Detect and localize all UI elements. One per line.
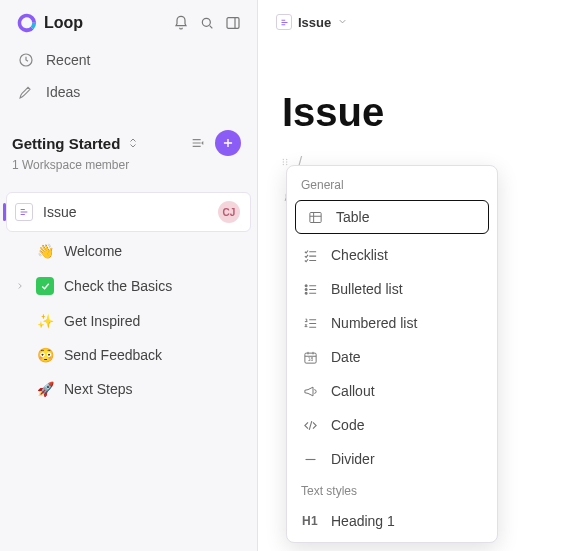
menu-item-label: Code bbox=[331, 417, 364, 433]
sidebar-item-next-steps[interactable]: 🚀 Next Steps bbox=[0, 372, 257, 406]
svg-text:18: 18 bbox=[307, 356, 313, 362]
svg-point-11 bbox=[305, 288, 307, 290]
main-pane: Issue Issue / General Table bbox=[258, 0, 563, 551]
svg-point-5 bbox=[283, 163, 284, 164]
bell-icon[interactable] bbox=[173, 15, 189, 31]
workspace-title-row[interactable]: Getting Started bbox=[12, 135, 140, 152]
chevron-right-icon[interactable] bbox=[14, 281, 26, 291]
menu-item-label: Checklist bbox=[331, 247, 388, 263]
brand-name: Loop bbox=[44, 14, 83, 32]
menu-item-label: Date bbox=[331, 349, 361, 365]
sidebar-item-label: Welcome bbox=[64, 243, 122, 259]
panel-toggle-icon[interactable] bbox=[225, 15, 241, 31]
svg-rect-9 bbox=[309, 212, 320, 222]
doc-body: / General Table Checklist bbox=[258, 143, 563, 212]
sidebar-item-welcome[interactable]: 👋 Welcome bbox=[0, 234, 257, 268]
nav-recent[interactable]: Recent bbox=[0, 44, 257, 76]
page-title[interactable]: Issue bbox=[258, 30, 563, 143]
workspace-subtitle: 1 Workspace member bbox=[12, 158, 241, 172]
clock-icon bbox=[18, 52, 34, 68]
menu-item-date[interactable]: 18 Date bbox=[287, 340, 497, 374]
search-icon[interactable] bbox=[199, 15, 215, 31]
workspace-header: Getting Started 1 Workspace member bbox=[0, 122, 257, 180]
chevron-down-icon[interactable] bbox=[337, 14, 348, 30]
rocket-emoji-icon: 🚀 bbox=[36, 381, 54, 397]
doc-icon bbox=[276, 14, 292, 30]
svg-point-12 bbox=[305, 292, 307, 294]
doc-icon bbox=[15, 203, 33, 221]
nav-recent-label: Recent bbox=[46, 52, 90, 68]
svg-point-8 bbox=[286, 163, 287, 164]
sidebar-item-label: Get Inspired bbox=[64, 313, 140, 329]
h1-icon: H1 bbox=[301, 512, 319, 530]
drag-handle-icon[interactable] bbox=[280, 157, 290, 167]
slash-command-menu: General Table Checklist Bulleted list bbox=[286, 165, 498, 543]
sidebar-item-label: Next Steps bbox=[64, 381, 132, 397]
menu-section-general: General bbox=[287, 176, 497, 198]
check-icon bbox=[36, 277, 54, 295]
sidebar-header: Loop bbox=[0, 0, 257, 44]
numbered-list-icon bbox=[301, 314, 319, 332]
svg-point-0 bbox=[202, 18, 210, 26]
menu-item-divider[interactable]: Divider bbox=[287, 442, 497, 476]
menu-item-label: Numbered list bbox=[331, 315, 417, 331]
breadcrumb[interactable]: Issue bbox=[258, 0, 563, 30]
callout-icon bbox=[301, 382, 319, 400]
svg-point-10 bbox=[305, 284, 307, 286]
sparkle-emoji-icon: ✨ bbox=[36, 313, 54, 329]
svg-point-6 bbox=[286, 158, 287, 159]
date-icon: 18 bbox=[301, 348, 319, 366]
loop-logo-icon bbox=[16, 12, 38, 34]
avatar: CJ bbox=[218, 201, 240, 223]
sidebar-item-get-inspired[interactable]: ✨ Get Inspired bbox=[0, 304, 257, 338]
divider-icon bbox=[301, 450, 319, 468]
svg-rect-1 bbox=[227, 18, 239, 29]
menu-item-label: Heading 1 bbox=[331, 513, 395, 529]
wave-emoji-icon: 👋 bbox=[36, 243, 54, 259]
menu-item-code[interactable]: Code bbox=[287, 408, 497, 442]
workspace-title: Getting Started bbox=[12, 135, 120, 152]
pen-icon bbox=[18, 84, 34, 100]
menu-item-checklist[interactable]: Checklist bbox=[287, 238, 497, 272]
checklist-icon bbox=[301, 246, 319, 264]
sidebar-item-label: Check the Basics bbox=[64, 278, 172, 294]
page-list: Issue CJ 👋 Welcome Check the Basics ✨ Ge… bbox=[0, 190, 257, 406]
menu-item-callout[interactable]: Callout bbox=[287, 374, 497, 408]
bulleted-list-icon bbox=[301, 280, 319, 298]
table-icon bbox=[306, 208, 324, 226]
menu-item-bulleted-list[interactable]: Bulleted list bbox=[287, 272, 497, 306]
sidebar-item-issue[interactable]: Issue CJ bbox=[6, 192, 251, 232]
menu-item-label: Callout bbox=[331, 383, 375, 399]
menu-item-heading-1[interactable]: H1 Heading 1 bbox=[287, 504, 497, 538]
svg-point-7 bbox=[286, 161, 287, 162]
svg-point-3 bbox=[283, 158, 284, 159]
brand[interactable]: Loop bbox=[16, 12, 83, 34]
header-icons bbox=[173, 15, 241, 31]
sidebar-item-label: Issue bbox=[43, 204, 76, 220]
sidebar-item-label: Send Feedback bbox=[64, 347, 162, 363]
breadcrumb-title: Issue bbox=[298, 15, 331, 30]
menu-item-label: Divider bbox=[331, 451, 375, 467]
nav-ideas-label: Ideas bbox=[46, 84, 80, 100]
sidebar: Loop Recent Ideas Getting Started bbox=[0, 0, 258, 551]
menu-section-text-styles: Text styles bbox=[287, 482, 497, 504]
list-options-icon[interactable] bbox=[189, 134, 207, 152]
menu-item-numbered-list[interactable]: Numbered list bbox=[287, 306, 497, 340]
svg-point-4 bbox=[283, 161, 284, 162]
code-icon bbox=[301, 416, 319, 434]
menu-item-label: Table bbox=[336, 209, 369, 225]
face-emoji-icon: 😳 bbox=[36, 347, 54, 363]
menu-item-label: Bulleted list bbox=[331, 281, 403, 297]
sidebar-item-check-basics[interactable]: Check the Basics bbox=[0, 268, 257, 304]
nav-ideas[interactable]: Ideas bbox=[0, 76, 257, 108]
sort-icon bbox=[126, 136, 140, 150]
menu-item-table[interactable]: Table bbox=[295, 200, 489, 234]
sidebar-item-send-feedback[interactable]: 😳 Send Feedback bbox=[0, 338, 257, 372]
add-page-button[interactable] bbox=[215, 130, 241, 156]
